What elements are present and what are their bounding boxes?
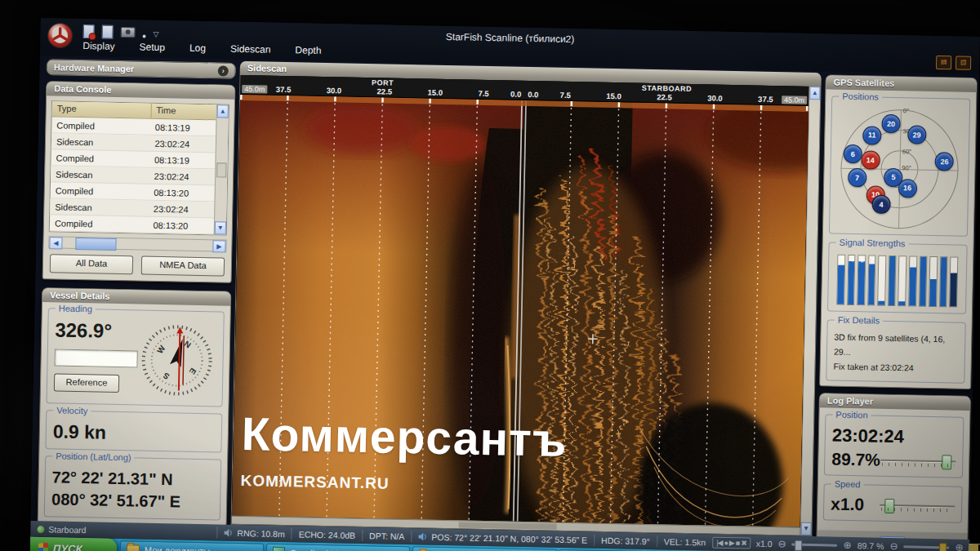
scroll-down-icon[interactable]: ▼ (215, 221, 226, 234)
play-icon[interactable]: ▶ (729, 539, 734, 547)
depth-status: DPT: N/A (362, 530, 411, 542)
start-button[interactable]: ПУСК (30, 537, 118, 551)
signal-bar (949, 256, 958, 307)
log-player-title: Log Player (827, 393, 874, 408)
menu-log[interactable]: Log (189, 42, 206, 54)
compass-s: S (161, 371, 171, 381)
nmea-data-button[interactable]: NMEA Data (141, 256, 225, 277)
minus-icon[interactable]: ⊖ (778, 540, 786, 548)
scroll-right-icon[interactable]: ▶ (212, 240, 225, 252)
longitude-value: 080° 32' 51.67" E (51, 488, 214, 513)
plus-icon[interactable]: ⊕ (844, 541, 852, 549)
left-panel: Hardware Manager › Data Console Type Tim… (33, 57, 236, 525)
menu-display[interactable]: Display (82, 40, 115, 52)
taskbar-task[interactable]: Scanline20190904_1... (266, 544, 411, 551)
position-slider[interactable] (880, 451, 956, 469)
taskbar-task[interactable]: Мои документы (120, 540, 265, 551)
skip-start-icon[interactable]: |◀ (716, 539, 722, 547)
ring-label: 0° (903, 107, 909, 114)
velocity-status: VEL: 1.5kn (657, 535, 713, 548)
fix-line-2: Fix taken at 23:02:24 (833, 359, 957, 376)
table-row[interactable]: Compiled08:13:20 (50, 215, 214, 234)
sidescan-title: Sidescan (247, 61, 287, 76)
reference-button[interactable]: Reference (54, 373, 119, 393)
signal-bar: 4 (847, 255, 856, 305)
velocity-value: 0.9 kn (53, 420, 216, 446)
signal-bar (898, 256, 907, 306)
stop-icon[interactable]: ■ (736, 539, 740, 547)
heading-status: HDG: 317.9° (594, 535, 657, 548)
right-panel: GPS Satellites Positions 0° 30° 60° (816, 73, 977, 540)
ring-label: 60° (902, 148, 912, 155)
speed-value: x1.0 (831, 494, 880, 514)
signal-strengths-label: Signal Strengths (836, 238, 909, 249)
velocity-group: Velocity 0.9 kn (45, 410, 222, 452)
position-status: POS: 72° 22' 21.10" N, 080° 32' 53.56" E (411, 531, 594, 545)
status-speed-slider[interactable] (792, 543, 838, 546)
expand-icon[interactable]: › (218, 65, 229, 76)
status-position-slider[interactable] (903, 545, 949, 549)
speed-slider[interactable] (880, 496, 955, 514)
signal-bar: 6 (857, 255, 866, 305)
scrollbar-thumb[interactable] (216, 162, 226, 177)
scroll-left-icon[interactable]: ◀ (49, 237, 62, 249)
fix-line-1: 3D fix from 9 satellites (4, 16, 29... (834, 331, 959, 362)
playback-percent: 89.7% (831, 449, 880, 469)
sonar-view[interactable]: Коммерсантъ KOMMERSANT.RU (232, 95, 808, 527)
window-button-icon[interactable]: ▤ (956, 56, 971, 69)
folder-icon (127, 544, 140, 551)
mini-transport[interactable]: |◀ ● ▶ ■ ✖ (712, 537, 751, 549)
sonar-ping-icon (224, 529, 233, 537)
battery-icon (969, 544, 980, 551)
table-horizontal-scrollbar[interactable]: ◀ ▶ (48, 236, 226, 251)
column-time[interactable]: Time (151, 104, 180, 119)
windows-logo-icon (38, 543, 48, 551)
window-button-icon[interactable]: ▤ (936, 56, 951, 69)
monitor-screen: ▽ StarFish Scanline (тбилиси2) ▤ ▤ Displ… (30, 18, 980, 551)
menu-setup[interactable]: Setup (140, 41, 166, 53)
table-vertical-scrollbar[interactable]: ▲ ▼ (214, 104, 229, 234)
compass: N E S W (137, 320, 217, 400)
plus-icon[interactable]: ⊕ (955, 544, 963, 551)
signal-bars: 3467 (835, 253, 960, 308)
heading-value: 326.9° (55, 318, 139, 343)
gps-satellite-14: 14 (861, 151, 880, 170)
status-speed: x1.0 (756, 539, 773, 549)
window-buttons: ▤ ▤ (936, 56, 971, 70)
channel-status-icon (37, 526, 44, 533)
log-player-panel: Log Player Position 23:02:24 89.7% (815, 393, 971, 551)
menu-depth[interactable]: Depth (295, 44, 321, 56)
taskbar-task[interactable]: Мои документы (412, 546, 557, 551)
all-data-button[interactable]: All Data (50, 254, 133, 274)
minus-icon[interactable]: ⊖ (889, 542, 898, 550)
vessel-details-title: Vessel Details (50, 288, 110, 303)
eject-icon[interactable]: ✖ (741, 539, 746, 547)
menu-sidescan[interactable]: Sidescan (230, 43, 271, 56)
signal-bar (939, 256, 948, 307)
scrollbar-thumb[interactable] (459, 522, 557, 529)
record-icon[interactable]: ● (724, 539, 728, 547)
heading-group: Heading 326.9° Reference (47, 308, 225, 407)
scroll-down-icon[interactable]: ▼ (800, 522, 811, 535)
positions-group: Positions 0° 30° 60° 90° 201129614267516… (829, 96, 970, 236)
hardware-manager-bar[interactable]: Hardware Manager › (47, 59, 236, 79)
signal-bar: 3 (836, 255, 845, 305)
scroll-up-icon[interactable]: ▲ (809, 87, 820, 100)
column-type[interactable]: Type (52, 101, 152, 118)
data-console-table: Type Time Compiled08:13:19 Sidescan23:02… (49, 100, 229, 235)
signal-bar (908, 256, 917, 306)
gps-satellite-plot: 0° 30° 60° 90° 201129614267516104 (840, 109, 960, 230)
signal-bar: 7 (867, 255, 876, 305)
data-console-title: Data Console (54, 82, 112, 96)
scroll-up-icon[interactable]: ▲ (217, 104, 229, 118)
range-status: RNG: 10.8m (216, 527, 292, 540)
scrollbar-thumb[interactable] (75, 238, 116, 251)
vessel-details-panel: Vessel Details Heading 326.9° Reference (38, 287, 232, 527)
position-group: Position (Lat/Long) 72° 22' 21.31" N 080… (44, 455, 221, 520)
channel-label: Starboard (48, 524, 86, 535)
reference-input[interactable] (54, 349, 137, 367)
playback-position-label: Position (832, 409, 871, 420)
gps-satellite-11: 11 (862, 126, 881, 144)
sidescan-panel: Sidescan PORT STARBOARD 45.0m 45.0m 37.5… (231, 61, 822, 536)
signal-bar (888, 256, 897, 306)
